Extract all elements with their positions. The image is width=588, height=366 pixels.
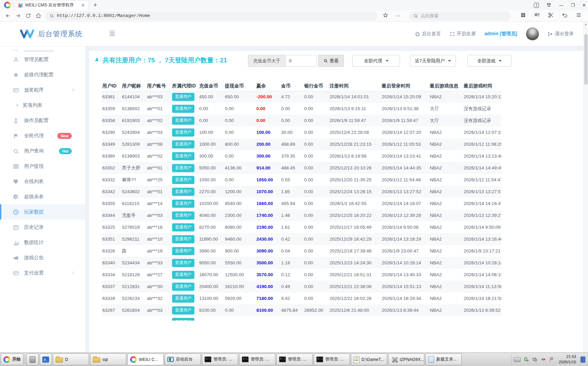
user-id-link[interactable]: 63325 [102, 221, 121, 233]
recharge-coins: 2270.00 [198, 186, 224, 198]
taskbar-button-machine[interactable] [26, 353, 39, 365]
tray-clock[interactable]: 21:53 2026/1/15 [559, 354, 576, 365]
scissors-icon[interactable] [548, 12, 554, 19]
sidebar-item-管理员配置[interactable]: 管理员配置 [0, 52, 85, 67]
taskbar-button-管理员: ...[interactable]: C:\_管理员: ... [314, 353, 350, 365]
tab-close-icon[interactable]: ✕ [81, 3, 85, 8]
sidebar-item-操作员配置[interactable]: 操作员配置 [0, 113, 85, 128]
user-nickname: 6138903 [121, 150, 146, 162]
user-id-link[interactable]: 63360 [102, 150, 121, 162]
empty-cell [463, 316, 501, 321]
taskbar-button-启动后台[interactable]: 启动后台 [165, 353, 201, 365]
sidebar-item-全民代理[interactable]: 全民代理New [0, 128, 85, 143]
restore-button[interactable]: ❐ [571, 3, 575, 7]
printer-icon[interactable] [514, 357, 521, 362]
sidebar-item-超级杀表[interactable]: 超级杀表 [0, 189, 85, 204]
back-icon[interactable] [3, 13, 13, 19]
sidebar-item-用户提现[interactable]: 用户提现 [0, 159, 85, 174]
browser-logo-icon[interactable] [4, 2, 11, 8]
taskbar-button-sql[interactable]: sql [90, 353, 126, 365]
coins: 0.00 [280, 115, 303, 126]
page-scrollbar[interactable]: ▲ [583, 22, 588, 352]
sidebar-toggle-icon[interactable] [108, 29, 116, 38]
favorites-icon[interactable] [534, 12, 540, 19]
user-id-link[interactable]: 63337 [102, 281, 121, 292]
taskbar-button-D[interactable]: D [53, 353, 89, 365]
sidebar-item-在线列表[interactable]: 在线列表 [0, 174, 85, 189]
nav-fullscreen-link[interactable]: 开启全屏 [450, 31, 476, 37]
action-center-flag-icon[interactable] [549, 357, 554, 362]
taskbar-button-新建文本...[interactable]: 新建文本... [425, 353, 462, 365]
user-id-link[interactable]: 63359 [102, 103, 121, 115]
sidebar-item-用户查询[interactable]: 用户查询Hot [0, 143, 85, 159]
nav-user-link[interactable]: admin [管理员] [485, 31, 517, 37]
menu-icon[interactable] [576, 12, 582, 19]
close-button[interactable]: ✕ [582, 3, 586, 7]
win-amount: 3090.00 [256, 245, 280, 257]
game-dropdown[interactable]: 全部游戏 [467, 55, 511, 67]
taskbar-button-IZPNAG9X...[interactable]: IZPNAG9X... [388, 353, 424, 365]
sidebar-item-超级代理配置[interactable]: 超级代理配置 [0, 67, 85, 82]
app-logo[interactable]: 后台管理系统 [20, 28, 83, 40]
login-range-dropdown[interactable]: 近7天登陆用户 [410, 55, 456, 67]
sidebar-item-支付设置[interactable]: 支付设置 [0, 265, 85, 281]
scroll-up-icon[interactable]: ▲ [584, 22, 588, 27]
sidebar-item-玩家数据[interactable]: 玩家数据 [0, 204, 85, 220]
user-id-link[interactable]: 63326 [102, 245, 121, 257]
chevron-down-icon [499, 60, 502, 62]
user-id-link[interactable]: 63334 [102, 269, 121, 281]
nav-home-link[interactable]: 后台首页 [415, 31, 441, 37]
bookmark-star-icon[interactable] [383, 13, 388, 19]
sidebar-item-数据统计[interactable]: 数据统计 [0, 235, 85, 250]
user-id-link[interactable]: 63361 [102, 91, 121, 103]
user-id-link[interactable]: 63355 [102, 198, 121, 209]
apps-grid-icon[interactable] [520, 12, 526, 19]
usb-device-icon[interactable] [524, 357, 529, 362]
skin-icon[interactable] [546, 2, 551, 8]
user-id-link[interactable]: 63339 [102, 292, 121, 304]
taskbar-button-管理员: ...[interactable]: C:\_管理员: ... [202, 353, 238, 365]
view-button[interactable]: 查看 [318, 55, 344, 67]
taskbar-button-WEILI C...[interactable]: WEILI C... [127, 353, 164, 365]
sidebar-item-游戏公告[interactable]: 游戏公告 [0, 250, 85, 265]
user-account: ab***03 [146, 304, 171, 316]
hardware-icon[interactable] [532, 357, 538, 362]
user-id-link[interactable]: 63351 [102, 233, 121, 245]
reload-icon[interactable] [23, 13, 33, 19]
sidebar-item-放奖程序[interactable]: 放奖程序 [0, 82, 85, 98]
new-tab-button[interactable]: + [93, 1, 97, 9]
user-id-link[interactable]: 63332 [102, 174, 121, 186]
last-login-time: 2026/1/14 13:16:29 [381, 233, 429, 245]
start-button[interactable]: 开始 [1, 353, 23, 365]
user-id-link[interactable]: 63358 [102, 115, 121, 126]
nav-logout-link[interactable]: 退出登录 [548, 31, 574, 37]
recharge-filter-input[interactable] [285, 55, 317, 67]
undo-icon[interactable] [562, 12, 568, 19]
taskbar-button-D:\GameT...[interactable]: D:\GameT... [351, 353, 387, 365]
taskbar-button-管理员: ...[interactable]: C:\_管理员: ... [276, 353, 313, 365]
minimize-button[interactable]: — [559, 3, 563, 7]
user-id-link[interactable]: 63302 [102, 162, 121, 174]
show-desktop-icon[interactable] [581, 357, 585, 363]
user-id-link[interactable]: 63290 [102, 126, 121, 138]
sidebar-item-历史记录[interactable]: 历史记录 [0, 220, 85, 235]
user-id-link[interactable]: 63340 [102, 257, 121, 269]
avatar[interactable] [526, 27, 539, 40]
user-id-link[interactable]: 63297 [102, 304, 121, 316]
url-bar[interactable]: http://127.0.0.1:8001/Manager/Home [45, 12, 377, 20]
taskbar-button-powershell[interactable]: ≥_ [40, 353, 52, 365]
quick-search-box[interactable]: 点此搜索 [409, 12, 511, 20]
taskbar-button-管理员: ...[interactable]: C:\_管理员: ... [239, 353, 275, 365]
browser-tab[interactable]: WEILI CMS 后台管理程序 ✕ [15, 0, 89, 10]
user-id-link[interactable]: 63349 [102, 138, 121, 150]
forward-icon[interactable] [13, 13, 23, 19]
tab-count-icon[interactable]: 1 [534, 3, 539, 8]
audio-error-icon[interactable] [541, 357, 546, 362]
agent-dropdown[interactable]: 全部代理 [352, 55, 400, 67]
user-id-link[interactable]: 63342 [102, 186, 121, 198]
user-id-link[interactable]: 63344 [102, 209, 121, 221]
scrollbar-thumb[interactable] [584, 34, 588, 85]
sidebar-item-奖项列表[interactable]: 奖项列表 [0, 98, 85, 113]
home-icon[interactable] [33, 13, 43, 19]
more-options-icon[interactable]: ⋯ [395, 13, 400, 19]
